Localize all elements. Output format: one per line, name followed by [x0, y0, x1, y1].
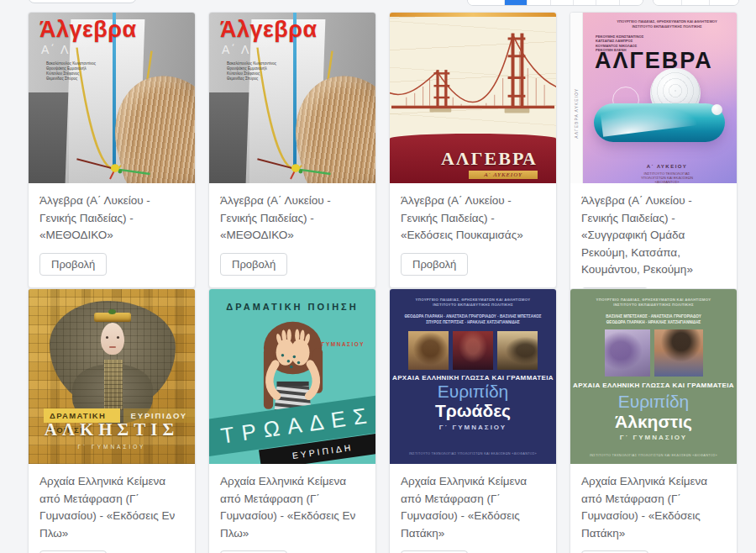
series-text: ΑΡΧΑΙΑ ΕΛΛΗΝΙΚΗ ΓΛΩΣΣΑ ΚΑΙ ΓΡΑΜΜΑΤΕΙΑ	[390, 374, 556, 382]
cover-authors-text: Βακαλόπουλος Κωνσταντίνος Θρουψάκης Εμμα…	[46, 61, 96, 82]
cover-title-text: ΑΛΚΗΣΤΙΣ	[29, 419, 195, 440]
face-graphic	[101, 323, 124, 355]
pagination-button[interactable]	[682, 0, 711, 5]
card-title: Αρχαία Ελληνικά Κείμενα από Μετάφραση (Γ…	[220, 473, 365, 542]
card-title: Αρχαία Ελληνικά Κείμενα από Μετάφραση (Γ…	[39, 473, 184, 542]
book-card: ΑΛΓΕΒΡΑ ΛΥΚΕΙΟΥ ΥΠΟΥΡΓΕΙΟ ΠΑΙΔΕΙΑΣ, ΘΡΗΣ…	[570, 12, 738, 323]
cover-title-text: Άλγεβρα	[220, 17, 318, 43]
pagination-prev-button[interactable]	[468, 0, 505, 5]
bridge-illustration	[390, 26, 556, 134]
book-cover[interactable]: ΥΠΟΥΡΓΕΙΟ ΠΑΙΔΕΙΑΣ, ΘΡΗΣΚΕΥΜΑΤΩΝ ΚΑΙ ΑΘΛ…	[390, 289, 556, 464]
cover-authors-text: Βακαλόπουλος Κωνσταντίνος Θρουψάκης Εμμα…	[227, 61, 276, 82]
page-root: { "labels": { "view": "Προβολή" }, "colo…	[0, 0, 756, 553]
spine-text: ΑΛΓΕΒΡΑ ΛΥΚΕΙΟΥ	[574, 88, 579, 139]
artwork-panel	[497, 331, 538, 370]
grade-text: Γ΄ ΓΥΜΝΑΣΙΟΥ	[570, 434, 737, 441]
pagination-secondary	[653, 0, 739, 6]
grade-text: Γ΄ ΓΥΜΝΑΣΙΟΥ	[390, 424, 556, 431]
card-title: Αρχαία Ελληνικά Κείμενα από Μετάφραση (Γ…	[401, 473, 545, 542]
book-cover[interactable]: ΥΠΟΥΡΓΕΙΟ ΠΑΙΔΕΙΑΣ, ΘΡΗΣΚΕΥΜΑΤΩΝ ΚΑΙ ΑΘΛ…	[570, 289, 737, 464]
wave-foam	[601, 103, 697, 137]
book-cover[interactable]: ΑΛΓΕΒΡΑ Α΄ ΛΥΚΕΙΟΥ	[390, 13, 556, 183]
pagination-button-active[interactable]	[505, 0, 528, 5]
book-cover[interactable]: ΑΛΓΕΒΡΑ ΛΥΚΕΙΟΥ ΥΠΟΥΡΓΕΙΟ ΠΑΙΔΕΙΑΣ, ΘΡΗΣ…	[570, 13, 737, 183]
cover-title-text: Άλκηστις	[570, 412, 737, 432]
pagination	[467, 0, 643, 6]
view-button[interactable]: Προβολή	[220, 253, 287, 276]
card-body: Άλγεβρα (Α΄ Λυκείου - Γενικής Παιδείας) …	[29, 183, 195, 287]
gold-top-bar	[390, 13, 556, 17]
ministry-text: ΥΠΟΥΡΓΕΙΟ ΠΑΙΔΕΙΑΣ, ΘΡΗΣΚΕΥΜΑΤΩΝ ΚΑΙ ΑΘΛ…	[604, 19, 730, 29]
cover-title-text: ΑΛΓΕΒΡΑ	[595, 48, 713, 74]
book-cover[interactable]: Άλγεβρα Α΄ Λυκείου Βακαλόπουλος Κωνσταντ…	[29, 13, 195, 183]
card-title: Αρχαία Ελληνικά Κείμενα από Μετάφραση (Γ…	[581, 473, 726, 542]
pagination-button[interactable]	[574, 0, 596, 5]
book-cover[interactable]: Άλγεβρα Α΄ Λυκείου Βακαλόπουλος Κωνσταντ…	[209, 13, 375, 183]
grade-text: Α΄ ΛΥΚΕΙΟΥ	[604, 164, 730, 169]
book-card: ΥΠΟΥΡΓΕΙΟ ΠΑΙΔΕΙΑΣ, ΘΡΗΣΚΕΥΜΑΤΩΝ ΚΑΙ ΑΘΛ…	[389, 288, 557, 553]
cover-authors-text: ΒΑΣΙΛΗΣ ΜΠΕΤΣΑΚΟΣ · ΑΝΑΣΤΑΣΙΑ ΓΡΗΓΟΡΙΑΔΟ…	[574, 314, 733, 325]
ministry-text: ΥΠΟΥΡΓΕΙΟ ΠΑΙΔΕΙΑΣ, ΘΡΗΣΚΕΥΜΑΤΩΝ ΚΑΙ ΑΘΛ…	[396, 298, 549, 308]
artwork-panels	[390, 331, 556, 370]
eye-graphic	[117, 336, 119, 339]
grade-text: Γ΄ ΓΥΜΝΑΣΙΟΥ	[29, 444, 195, 450]
book-cover[interactable]: ΔΡΑΜΑΤΙΚΗ ΠΟΙΗΣΗ Γ΄ ΓΥΜΝΑΣΙΟΥ	[209, 289, 375, 464]
book-card: ΔΡΑΜΑΤΙΚΗ ΠΟΙΗΣΗ ΕΥΡΙΠΙΔΟΥ ΑΛΚΗΣΤΙΣ Γ΄ Γ…	[28, 288, 196, 553]
cover-title-text: Άλγεβρα	[39, 17, 137, 43]
card-body: Αρχαία Ελληνικά Κείμενα από Μετάφραση (Γ…	[390, 464, 556, 553]
card-title: Άλγεβρα (Α΄ Λυκείου - Γενικής Παιδείας) …	[401, 192, 545, 245]
spine-strip: ΑΛΓΕΒΡΑ ΛΥΚΕΙΟΥ	[570, 13, 583, 183]
view-button[interactable]: Προβολή	[39, 253, 107, 276]
pagination-next-button[interactable]	[710, 0, 738, 5]
card-title: Άλγεβρα (Α΄ Λυκείου - Γενικής Παιδείας) …	[39, 192, 184, 245]
book-card: Άλγεβρα Α΄ Λυκείου Βακαλόπουλος Κωνσταντ…	[208, 12, 376, 288]
mouth-graphic	[109, 346, 116, 348]
pagination-button[interactable]	[654, 0, 682, 5]
eye-graphic	[106, 336, 108, 339]
publisher-text: ΙΝΣΤΙΤΟΥΤΟ ΤΕΧΝΟΛΟΓΙΑΣ ΥΠΟΛΟΓΙΣΤΩΝ ΚΑΙ Ε…	[604, 172, 730, 183]
view-button[interactable]: Προβολή	[401, 253, 468, 276]
card-title: Άλγεβρα (Α΄ Λυκείου - Γενικής Παιδείας) …	[220, 192, 365, 245]
cloud-wave-image	[594, 103, 725, 142]
cover-subtitle-text: Α΄ Λυκείου	[222, 43, 294, 56]
card-body: Αρχαία Ελληνικά Κείμενα από Μετάφραση (Γ…	[570, 464, 737, 553]
cover-subtitle-text: Α΄ Λυκείου	[41, 43, 113, 56]
author-text: Ευριπίδη	[570, 392, 737, 412]
author-text: ΕΥΡΙΠΙΔΗ	[291, 442, 354, 461]
artwork-panel	[408, 331, 449, 370]
book-card: Άλγεβρα Α΄ Λυκείου Βακαλόπουλος Κωνσταντ…	[28, 12, 196, 288]
card-body: Άλγεβρα (Α΄ Λυκείου - Γενικής Παιδείας) …	[390, 183, 556, 287]
cover-authors-text: ΘΕΟΔΩΡΑ ΓΛΑΡΑΚΗ · ΑΝΑΣΤΑΣΙΑ ΓΡΗΓΟΡΙΑΔΟΥ …	[393, 314, 553, 325]
book-cover[interactable]: ΔΡΑΜΑΤΙΚΗ ΠΟΙΗΣΗ ΕΥΡΙΠΙΔΟΥ ΑΛΚΗΣΤΙΣ Γ΄ Γ…	[29, 289, 195, 464]
card-body: Αρχαία Ελληνικά Κείμενα από Μετάφραση (Γ…	[209, 464, 375, 553]
card-title: Άλγεβρα (Α΄ Λυκείου - Γενικής Παιδείας) …	[581, 192, 726, 279]
series-text: ΑΡΧΑΙΑ ΕΛΛΗΝΙΚΗ ΓΛΩΣΣΑ ΚΑΙ ΓΡΑΜΜΑΤΕΙΑ	[570, 382, 737, 389]
pagination-button[interactable]	[528, 0, 550, 5]
pagination-button[interactable]	[620, 0, 643, 5]
book-card: ΔΡΑΜΑΤΙΚΗ ΠΟΙΗΣΗ Γ΄ ΓΥΜΝΑΣΙΟΥ	[208, 288, 376, 553]
grade-ribbon: Α΄ ΛΥΚΕΙΟΥ	[469, 171, 538, 179]
book-card: ΑΛΓΕΒΡΑ Α΄ ΛΥΚΕΙΟΥ Άλγεβρα (Α΄ Λυκείου -…	[389, 12, 557, 288]
small-ball	[711, 104, 722, 115]
cover-title-text: ΑΛΓΕΒΡΑ	[390, 148, 538, 170]
cover-title-text: Τρωάδες	[390, 401, 556, 421]
card-body: Αρχαία Ελληνικά Κείμενα από Μετάφραση (Γ…	[29, 464, 195, 553]
author-text: Ευριπίδη	[390, 382, 556, 402]
artwork-panel	[605, 329, 650, 377]
card-body: Άλγεβρα (Α΄ Λυκείου - Γενικής Παιδείας) …	[209, 183, 375, 287]
pagination-button[interactable]	[551, 0, 574, 5]
artwork-panel	[453, 331, 493, 370]
search-input[interactable]	[28, 0, 137, 3]
dress-graphic	[104, 360, 123, 410]
book-card: ΥΠΟΥΡΓΕΙΟ ΠΑΙΔΕΙΑΣ, ΘΡΗΣΚΕΥΜΑΤΩΝ ΚΑΙ ΑΘΛ…	[570, 288, 738, 553]
artwork-panel	[654, 329, 703, 377]
pagination-button[interactable]	[596, 0, 619, 5]
publisher-text: ΙΝΣΤΙΤΟΥΤΟ ΤΕΧΝΟΛΟΓΙΑΣ ΥΠΟΛΟΓΙΣΤΩΝ ΚΑΙ Ε…	[390, 452, 556, 456]
ministry-text: ΥΠΟΥΡΓΕΙΟ ΠΑΙΔΕΙΑΣ, ΘΡΗΣΚΕΥΜΑΤΩΝ ΚΑΙ ΑΘΛ…	[577, 298, 730, 308]
artwork-panels	[570, 329, 737, 377]
publisher-text: ΙΝΣΤΙΤΟΥΤΟ ΤΕΧΝΟΛΟΓΙΑΣ ΥΠΟΛΟΓΙΣΤΩΝ ΚΑΙ Ε…	[570, 454, 737, 457]
crown-graphic	[94, 313, 131, 322]
